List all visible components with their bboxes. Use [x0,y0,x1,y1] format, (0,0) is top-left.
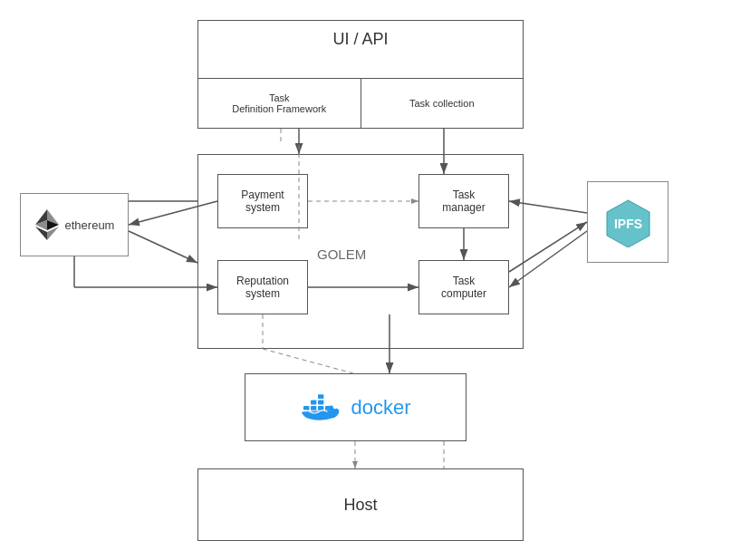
docker-icon [300,391,343,424]
docker-content: docker [300,391,410,424]
uiapi-inner: TaskDefinition Framework Task collection [198,78,523,128]
ethereum-box: ethereum [20,193,129,256]
uiapi-box: UI / API TaskDefinition Framework Task c… [197,20,524,129]
diagram-container: UI / API TaskDefinition Framework Task c… [0,0,731,560]
svg-rect-1 [311,406,316,410]
uiapi-title: UI / API [198,30,523,49]
docker-label: docker [351,396,410,420]
svg-rect-2 [318,406,323,410]
ethereum-label: ethereum [65,218,115,232]
svg-rect-5 [318,400,323,404]
svg-rect-4 [311,400,316,404]
svg-text:IPFS: IPFS [613,217,641,231]
svg-line-36 [129,231,197,263]
ethereum-icon [34,208,60,241]
reputation-box: Reputation system [217,260,308,314]
host-box: Host [197,468,524,541]
taskmanager-box: Task manager [418,174,509,228]
docker-box: docker [245,373,466,441]
task-definition-sub: TaskDefinition Framework [198,79,361,128]
payment-box: Payment system [217,174,308,228]
ipfs-icon: IPFS [603,198,653,247]
ipfs-box: IPFS [587,181,668,263]
taskcomputer-box: Task computer [418,260,509,314]
svg-rect-0 [303,406,309,410]
svg-point-7 [333,406,336,409]
svg-rect-6 [318,394,323,399]
svg-line-34 [263,349,353,373]
task-collection-sub: Task collection [361,79,524,128]
